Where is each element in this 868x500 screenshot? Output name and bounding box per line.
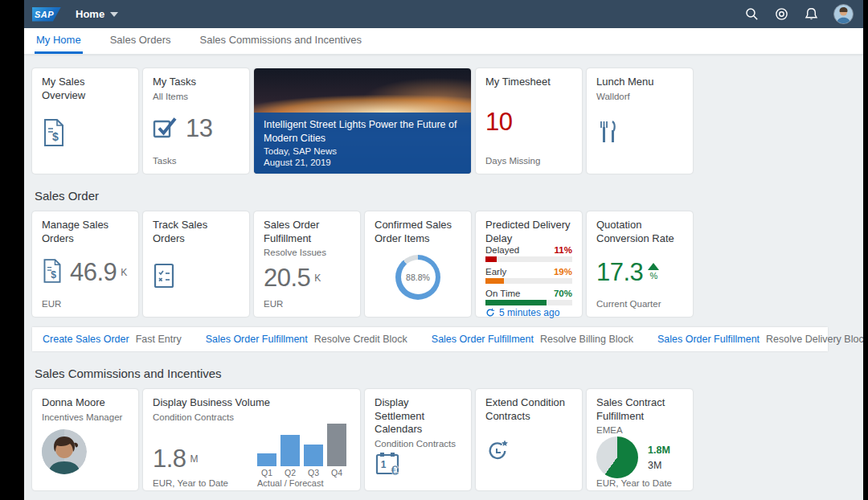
tile-lunch-menu[interactable]: Lunch Menu Walldorf: [587, 68, 693, 174]
tile-footer: Days Missing: [485, 156, 572, 166]
column-q4: [327, 424, 346, 466]
tile-subtitle: Walldorf: [596, 92, 683, 101]
svg-text:1: 1: [381, 459, 387, 470]
tile-extend-condition-contracts[interactable]: Extend Condition Contracts: [476, 389, 582, 490]
link-group: Sales Order Fulfillment Resolve Credit B…: [206, 334, 407, 345]
bar-value: 11%: [555, 245, 572, 255]
days-missing-count: 10: [485, 108, 512, 137]
tile-footer: EUR: [42, 299, 129, 309]
tab-sales-orders[interactable]: Sales Orders: [108, 28, 173, 54]
bar-fill-ontime: [485, 300, 547, 305]
tile-predicted-delivery-delay[interactable]: Predicted Delivery Delay Delayed11% Earl…: [476, 211, 582, 317]
link-sales-order-fulfillment[interactable]: Sales Order Fulfillment: [657, 334, 760, 345]
tile-title: Quotation Conversion Rate: [596, 219, 683, 245]
refresh-link[interactable]: 5 minutes ago: [485, 307, 572, 318]
sales-document-icon: $: [42, 118, 66, 150]
kpi-value: 46.9: [70, 258, 117, 287]
tile-donna-moore[interactable]: Donna Moore Incentives Manager: [32, 389, 138, 490]
column-q2: [280, 435, 300, 466]
tab-sales-commissions[interactable]: Sales Commissions and Incentives: [199, 28, 364, 54]
link-description: Resolve Credit Block: [314, 334, 407, 345]
tile-track-sales-orders[interactable]: Track Sales Orders: [143, 211, 249, 317]
shell-title-text: Home: [76, 8, 104, 20]
tile-footer: EUR: [264, 299, 350, 309]
link-description: Resolve Delivery Block: [766, 334, 863, 345]
column-q1: [257, 453, 276, 466]
anchor-tab-bar: My Home Sales Orders Sales Commissions a…: [24, 28, 863, 55]
bar-value: 19%: [554, 267, 572, 277]
tile-subtitle: All Items: [153, 92, 240, 101]
target-value: 3M: [648, 460, 670, 471]
tile-title: Extend Condition Contracts: [485, 396, 572, 423]
bar-label: Early: [485, 267, 506, 277]
tile-my-timesheet[interactable]: My Timesheet 10 Days Missing: [476, 68, 582, 174]
kpi-unit: M: [190, 453, 199, 465]
copilot-icon[interactable]: [774, 7, 788, 22]
tile-quotation-conversion-rate[interactable]: Quotation Conversion Rate 17.3 % Current…: [587, 211, 693, 317]
chevron-down-icon: [110, 12, 118, 17]
kpi-unit: %: [649, 271, 657, 281]
tile-subtitle: EMEA: [596, 425, 683, 435]
tile-news-feed[interactable]: Intelligent Street Lights Power the Futu…: [254, 68, 471, 174]
svg-text:€: €: [391, 463, 399, 477]
sap-logo[interactable]: SAP: [32, 7, 61, 22]
shell-bar: SAP Home: [24, 0, 863, 28]
search-icon[interactable]: [744, 7, 759, 22]
tab-my-home[interactable]: My Home: [35, 28, 83, 54]
svg-text:$: $: [52, 130, 59, 143]
bar-fill-delayed: [485, 256, 497, 262]
extend-clock-star-icon: [485, 439, 510, 466]
link-sales-order-fulfillment[interactable]: Sales Order Fulfillment: [432, 334, 534, 345]
section-header-commissions: Sales Commissions and Incentives: [35, 367, 855, 380]
tile-manage-sales-orders[interactable]: Manage Sales Orders $ 46.9 K EUR: [32, 211, 138, 317]
kpi-unit: K: [314, 273, 321, 284]
tile-sales-order-fulfillment[interactable]: Sales Order Fulfillment Resolve Issues 2…: [254, 211, 360, 317]
x-tick: Q1: [257, 468, 276, 477]
tile-title: Lunch Menu: [596, 76, 683, 89]
tile-my-sales-overview[interactable]: My Sales Overview $: [32, 68, 138, 174]
tile-my-tasks[interactable]: My Tasks All Items 13 Tasks: [143, 68, 249, 174]
bar-label: On Time: [485, 289, 520, 298]
link-group: Create Sales Order Fast Entry: [43, 334, 182, 345]
link-description: Fast Entry: [136, 334, 182, 345]
bar-label: Delayed: [485, 245, 519, 255]
link-create-sales-order[interactable]: Create Sales Order: [43, 334, 129, 345]
bar-fill-early: [485, 278, 504, 284]
link-group: Sales Order Fulfillment Resolve Delivery…: [657, 334, 863, 345]
news-headline: Intelligent Street Lights Power the Futu…: [264, 118, 461, 145]
news-date: August 21, 2019: [264, 158, 461, 167]
fiori-launchpad: SAP Home My Home Sales Orders Sales Comm…: [24, 0, 863, 500]
shell-menu-button[interactable]: Home: [76, 8, 118, 20]
user-avatar[interactable]: [833, 4, 854, 24]
comparison-chart: Delayed11% Early19% On Time70%: [485, 245, 572, 307]
link-description: Resolve Billing Block: [540, 334, 633, 345]
home-tile-row: My Sales Overview $ My Tasks All Items: [32, 68, 855, 174]
meal-icon: [596, 120, 617, 147]
link-sales-order-fulfillment[interactable]: Sales Order Fulfillment: [206, 334, 308, 345]
tile-confirmed-sales-order-items[interactable]: Confirmed Sales Order Items 88.8%: [365, 211, 471, 317]
notifications-icon[interactable]: [804, 7, 818, 22]
kpi-value: 1.8: [153, 445, 186, 473]
quick-link-strip: Create Sales Order Fast Entry Sales Orde…: [32, 327, 828, 351]
actual-value: 1.8M: [648, 445, 670, 456]
sales-document-icon: $: [42, 258, 63, 287]
kpi-value: 17.3: [596, 258, 643, 287]
news-overlay: Intelligent Street Lights Power the Futu…: [254, 113, 471, 174]
tile-title: Sales Contract Fulfillment: [596, 396, 683, 423]
sales-order-tile-row: Manage Sales Orders $ 46.9 K EUR Track S…: [32, 211, 855, 317]
tile-subtitle: Resolve Issues: [264, 248, 350, 257]
task-check-icon: [153, 115, 178, 142]
tile-footer: Current Quarter: [596, 299, 683, 309]
kpi-value: 20.5: [264, 264, 310, 293]
tile-display-settlement-calendars[interactable]: Display Settlement Calendars Condition C…: [365, 389, 471, 490]
tile-sales-contract-fulfillment[interactable]: Sales Contract Fulfillment EMEA 1.8M 3M …: [587, 389, 693, 490]
chart-caption: Actual / Forecast: [257, 478, 350, 488]
tile-display-business-volume[interactable]: Display Business Volume Condition Contra…: [143, 389, 360, 490]
confirmed-donut: 88.8%: [395, 255, 440, 300]
x-tick: Q4: [327, 468, 346, 477]
column-q3: [304, 445, 323, 466]
svg-text:$: $: [51, 268, 56, 280]
tile-title: Confirmed Sales Order Items: [375, 219, 461, 245]
tile-title: Display Settlement Calendars: [375, 396, 461, 436]
tile-footer: EUR, Year to Date: [596, 478, 683, 488]
